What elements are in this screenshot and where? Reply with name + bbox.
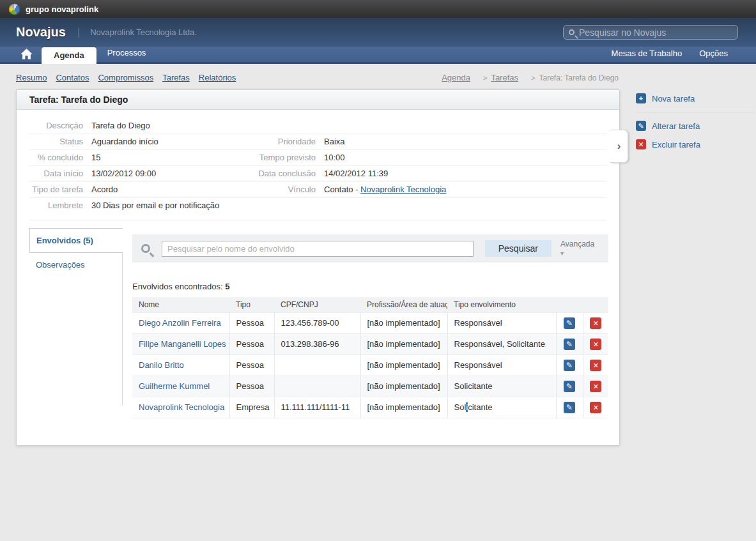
action-label: Nova tarefa	[652, 94, 695, 103]
task-panel: Tarefa: Tarefa do Diego › Descrição Tare…	[16, 89, 620, 446]
delete-icon[interactable]: ✕	[590, 381, 601, 392]
global-search-input[interactable]	[579, 27, 732, 38]
nav-opcoes[interactable]: Opções	[699, 49, 728, 58]
page-title: Tarefa: Tarefa do Diego	[17, 90, 619, 110]
group-brand: grupo novaprolink	[26, 4, 98, 14]
search-icon	[141, 244, 150, 253]
novaprolink-logo-icon	[9, 4, 20, 15]
edit-icon[interactable]: ✎	[564, 402, 575, 413]
breadcrumb-tarefas[interactable]: Tarefas	[491, 73, 518, 82]
col-profissao: Profissão/Área de atuação	[360, 297, 447, 312]
tab-processos[interactable]: Processos	[96, 45, 157, 62]
subnav-compromissos[interactable]: Compromissos	[98, 73, 153, 82]
field-value: 14/02/2012 11:39	[324, 166, 606, 181]
header-divider: |	[77, 26, 80, 39]
cell-profissao: [não implementado]	[360, 376, 447, 397]
table-row: Guilherme Kummel Pessoa [não implementad…	[132, 376, 608, 397]
vinculo-link[interactable]: Novaprolink Tecnologia	[360, 185, 446, 194]
app-name: Novajus	[16, 25, 66, 40]
breadcrumb-separator: >	[531, 74, 535, 82]
detail-row-tipo-vinculo: Tipo de tarefa Acordo Vínculo Contato - …	[29, 181, 606, 197]
home-icon[interactable]	[20, 49, 33, 59]
involved-name-link[interactable]: Filipe Manganelli Lopes	[139, 339, 226, 349]
subnav-relatorios[interactable]: Relatórios	[199, 73, 236, 82]
cell-envolvimento: Solicitante	[447, 397, 556, 418]
advanced-search-toggle[interactable]: Avançada ▾	[560, 240, 599, 257]
results-summary: Envolvidos encontrados: 5	[132, 282, 608, 291]
detail-row-concluido-tempo: % concluído 15 Tempo previsto 10:00	[29, 149, 606, 165]
app-header: Novajus | Novaprolink Tecnologia Ltda.	[0, 18, 756, 47]
table-row: Danilo Britto Pessoa [não implementado] …	[132, 354, 608, 376]
col-nome: Nome	[132, 297, 229, 312]
involved-search-input[interactable]	[162, 241, 474, 257]
delete-icon[interactable]: ✕	[590, 317, 601, 329]
edit-icon[interactable]: ✎	[564, 317, 575, 329]
tab-envolvidos[interactable]: Envolvidos (5)	[29, 228, 123, 253]
main-navbar: Agenda Processos Mesas de Trabalho Opçõe…	[0, 47, 756, 64]
involved-name-link[interactable]: Novaprolink Tecnologia	[139, 402, 224, 412]
results-label: Envolvidos encontrados:	[132, 282, 223, 291]
results-count: 5	[225, 282, 229, 291]
table-row: Diego Anzolin Ferreira Pessoa 123.456.78…	[132, 312, 608, 333]
nav-mesas-de-trabalho[interactable]: Mesas de Trabalho	[612, 49, 683, 58]
involved-search-bar: Pesquisar Avançada ▾	[132, 234, 608, 263]
tab-observacoes[interactable]: Observações	[29, 253, 122, 277]
envolvimento-post: citante	[468, 402, 492, 412]
detail-row-datas: Data início 13/02/2012 09:00 Data conclu…	[29, 165, 606, 181]
search-button[interactable]: Pesquisar	[485, 240, 552, 257]
breadcrumb: Agenda > Tarefas > Tarefa: Tarefa do Die…	[442, 73, 619, 82]
cell-envolvimento: Responsável	[447, 354, 556, 376]
breadcrumb-agenda[interactable]: Agenda	[442, 73, 470, 82]
breadcrumb-separator: >	[483, 74, 487, 82]
cell-tipo: Pessoa	[229, 312, 274, 333]
edit-task-button[interactable]: ✎ Alterar tarefa	[636, 121, 755, 131]
delete-icon[interactable]: ✕	[590, 339, 601, 350]
search-icon	[569, 29, 575, 35]
subnav-tarefas[interactable]: Tarefas	[162, 73, 190, 82]
delete-task-button[interactable]: ✕ Excluir tarefa	[636, 139, 755, 149]
field-value: Aguardando início	[91, 134, 238, 149]
collapse-panel-button[interactable]: ›	[610, 130, 628, 163]
col-tipo: Tipo	[229, 297, 274, 312]
detail-row-status-prioridade: Status Aguardando início Prioridade Baix…	[29, 133, 606, 149]
field-label: Prioridade	[238, 134, 316, 149]
field-label: % concluído	[29, 150, 83, 165]
breadcrumb-current: Tarefa: Tarefa do Diego	[539, 73, 619, 82]
involved-name-link[interactable]: Diego Anzolin Ferreira	[139, 318, 221, 328]
new-task-button[interactable]: + Nova tarefa	[636, 93, 755, 103]
subnav: Resumo Contatos Compromissos Tarefas Rel…	[0, 66, 756, 89]
field-value: Acordo	[91, 182, 238, 197]
involved-name-link[interactable]: Guilherme Kummel	[139, 381, 210, 391]
action-label: Excluir tarefa	[652, 140, 700, 149]
field-value: Baixa	[324, 134, 606, 149]
cell-profissao: [não implementado]	[360, 397, 447, 418]
task-details: Descrição Tarefa do Diego Status Aguarda…	[29, 118, 606, 220]
delete-icon[interactable]: ✕	[590, 360, 601, 371]
field-value: 30 Dias por email e por notificação	[91, 198, 606, 213]
section-tabs: Envolvidos (5) Observações	[29, 228, 123, 406]
cell-cpf	[274, 354, 360, 376]
table-row: Filipe Manganelli Lopes Pessoa 013.298.3…	[132, 333, 608, 354]
subnav-resumo[interactable]: Resumo	[16, 73, 47, 82]
envolvimento-pre: Sol	[454, 402, 467, 412]
col-delete	[583, 297, 608, 312]
field-value: Tarefa do Diego	[91, 118, 606, 133]
sidebar-divider	[636, 112, 755, 112]
action-label: Alterar tarefa	[652, 121, 700, 131]
field-label: Data início	[29, 166, 83, 181]
edit-icon[interactable]: ✎	[564, 339, 575, 350]
edit-icon[interactable]: ✎	[564, 360, 575, 371]
subnav-contatos[interactable]: Contatos	[56, 73, 89, 82]
tab-agenda[interactable]: Agenda	[42, 47, 96, 64]
cell-profissao: [não implementado]	[360, 333, 447, 354]
edit-icon[interactable]: ✎	[564, 381, 575, 392]
field-value: 15	[91, 150, 238, 165]
involved-name-link[interactable]: Danilo Britto	[139, 360, 184, 370]
task-actions-sidebar: + Nova tarefa ✎ Alterar tarefa ✕ Excluir…	[636, 93, 755, 158]
field-value: 13/02/2012 09:00	[91, 166, 238, 181]
global-search[interactable]	[563, 25, 738, 40]
field-value-vinculo: Contato - Novaprolink Tecnologia	[324, 182, 606, 197]
cell-tipo: Empresa	[229, 397, 274, 418]
delete-icon[interactable]: ✕	[590, 402, 601, 413]
cell-cpf: 013.298.386-96	[274, 333, 360, 354]
